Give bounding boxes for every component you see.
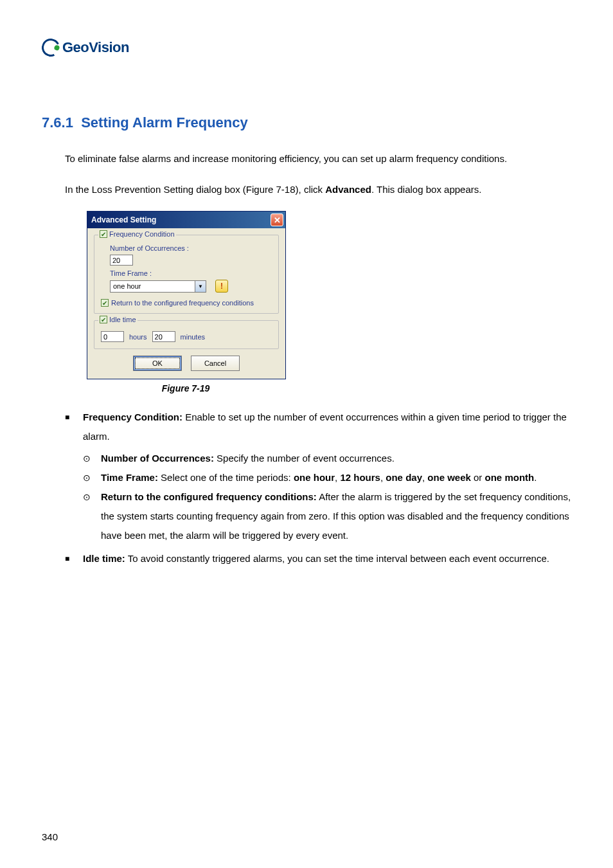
intro-paragraph-2: In the Loss Prevention Setting dialog bo…: [65, 180, 571, 199]
page-number: 340: [42, 831, 58, 842]
warning-icon[interactable]: !: [215, 280, 228, 293]
dialog-titlebar: Advanced Setting ✕: [87, 212, 285, 228]
number-occurrences-input[interactable]: [110, 255, 133, 266]
chevron-down-icon[interactable]: ▼: [195, 281, 206, 292]
brand-logo: GeoVision: [42, 39, 571, 57]
hours-label: hours: [129, 333, 147, 341]
idle-time-label: Idle time: [109, 316, 136, 323]
dialog-title: Advanced Setting: [91, 215, 156, 224]
list-item: Time Frame: Select one of the time perio…: [83, 468, 571, 487]
list-item: Number of Occurrences: Specify the numbe…: [83, 449, 571, 468]
list-item: Return to the configured frequency condi…: [83, 487, 571, 545]
close-icon[interactable]: ✕: [271, 213, 283, 226]
time-frame-label: Time Frame :: [110, 269, 272, 277]
intro-paragraph-1: To eliminate false alarms and increase m…: [65, 149, 571, 168]
figure-caption: Figure 7-19: [87, 383, 285, 393]
ok-button[interactable]: OK: [133, 356, 182, 371]
list-item: Frequency Condition: Enable to set up th…: [65, 408, 571, 545]
return-conditions-label: Return to the configured frequency condi…: [111, 299, 254, 307]
logo-mark-icon: [39, 36, 62, 59]
time-frame-value: one hour: [113, 282, 141, 290]
number-occurrences-label: Number of Occurrences :: [110, 244, 272, 252]
list-item: Idle time: To avoid constantly triggered…: [65, 549, 571, 568]
frequency-condition-checkbox[interactable]: ✔: [100, 230, 107, 238]
idle-time-checkbox[interactable]: ✔: [100, 316, 107, 323]
minutes-label: minutes: [181, 333, 206, 341]
idle-time-group: ✔ Idle time hours minutes: [94, 320, 279, 349]
cancel-button[interactable]: Cancel: [191, 356, 240, 371]
idle-hours-input[interactable]: [101, 331, 124, 342]
section-heading: 7.6.1 Setting Alarm Frequency: [42, 114, 571, 131]
time-frame-select[interactable]: one hour ▼: [110, 280, 206, 293]
advanced-setting-dialog: Advanced Setting ✕ ✔ Frequency Condition…: [87, 211, 286, 379]
return-conditions-checkbox[interactable]: ✔: [101, 299, 109, 307]
frequency-condition-group: ✔ Frequency Condition Number of Occurren…: [94, 235, 279, 314]
idle-minutes-input[interactable]: [152, 331, 175, 342]
frequency-condition-label: Frequency Condition: [109, 230, 175, 238]
logo-text: GeoVision: [62, 39, 129, 56]
